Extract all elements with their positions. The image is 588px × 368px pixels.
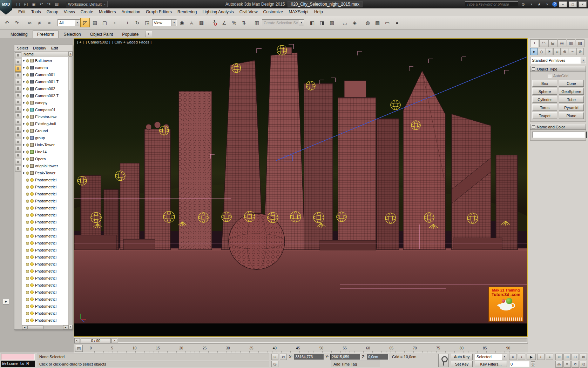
expand-arrow[interactable]: ▶ <box>22 101 26 104</box>
list-item[interactable]: Photometricl <box>22 219 68 226</box>
explorer-tool-icon[interactable] <box>15 66 21 72</box>
scroll-right-icon[interactable]: ▶ <box>63 325 68 329</box>
visibility-bulb-icon[interactable] <box>26 80 29 83</box>
rectangular-selection-region-icon[interactable]: ▢ <box>100 18 109 27</box>
explorer-tool-icon[interactable] <box>15 92 21 98</box>
explorer-tool-icon[interactable] <box>15 139 21 145</box>
visibility-bulb-icon[interactable] <box>26 221 29 224</box>
zoom-all-icon[interactable]: ⊞ <box>563 354 571 360</box>
shapes-category-icon[interactable]: ◇ <box>538 48 545 55</box>
select-and-link-icon[interactable]: ∞ <box>25 18 34 27</box>
visibility-bulb-icon[interactable] <box>26 305 29 308</box>
ribbon-tab[interactable]: Selection <box>59 31 85 38</box>
isolate-selection-icon[interactable]: ⊙ <box>271 354 278 360</box>
z-coordinate-field[interactable] <box>367 354 388 360</box>
arc-rotate-icon[interactable]: ↺ <box>572 361 579 368</box>
expand-arrow[interactable]: ▶ <box>22 94 26 97</box>
visibility-bulb-icon[interactable] <box>26 256 29 259</box>
menu-item[interactable]: Animation <box>119 8 143 16</box>
modify-tab[interactable]: ◠ <box>539 39 548 47</box>
systems-category-icon[interactable]: ⊛ <box>576 48 584 55</box>
viewport-scene[interactable] <box>74 39 527 336</box>
viewport-general-menu[interactable]: [ + ] <box>77 40 84 44</box>
visibility-bulb-icon[interactable] <box>26 179 29 182</box>
helpers-category-icon[interactable]: ⊕ <box>561 48 568 55</box>
explorer-tool-icon[interactable] <box>15 99 21 105</box>
primitives-dropdown[interactable]: Standard Primitives ▾ <box>530 57 586 64</box>
lights-category-icon[interactable]: ☀ <box>546 48 553 55</box>
expand-arrow[interactable]: ▶ <box>22 172 26 174</box>
object-type-button[interactable]: Box <box>532 80 557 87</box>
list-item[interactable]: Photometricl <box>22 254 68 261</box>
named-selection-sets-icon[interactable]: ▥ <box>252 18 262 27</box>
scroll-down-icon[interactable]: ▼ <box>68 325 73 329</box>
spinner-up-icon[interactable]: ▴ <box>531 361 535 364</box>
select-and-manipulate-icon[interactable]: ◬ <box>187 18 196 27</box>
percent-snap-icon[interactable]: % <box>229 18 239 27</box>
favorites-star-icon[interactable]: ★ <box>536 1 542 7</box>
set-key-icon[interactable] <box>438 354 449 367</box>
search-icon[interactable]: ⊙ <box>520 1 526 7</box>
community-icon[interactable]: ◔ <box>528 1 534 7</box>
key-filters-button[interactable]: Key Filters... <box>475 361 507 368</box>
bind-to-spacewarp-icon[interactable]: ≈ <box>45 18 54 27</box>
visibility-bulb-icon[interactable] <box>26 291 29 294</box>
select-by-name-icon[interactable]: ▤ <box>90 18 100 27</box>
workspace-dropdown[interactable]: Workspace: Default ▾ <box>66 1 108 7</box>
explorer-menu-item[interactable]: Edit <box>49 45 61 51</box>
object-type-button[interactable]: Cylinder <box>532 96 557 103</box>
selection-lock-icon[interactable]: ⊘ <box>280 354 287 360</box>
camera-viewport[interactable]: [ + ] [ Camera002 ] [ Clay + Edged Faces… <box>74 38 528 337</box>
visibility-bulb-icon[interactable] <box>26 136 29 140</box>
zoom-icon[interactable]: ⊕ <box>555 354 563 360</box>
previous-frame-icon[interactable]: ‹ <box>518 354 525 360</box>
list-item[interactable]: Photometricl <box>22 240 68 247</box>
reference-coordinate-dropdown[interactable]: View ▾ <box>152 19 177 26</box>
expand-arrow[interactable]: ▶ <box>22 66 26 69</box>
new-scene-icon[interactable]: ▢ <box>15 1 22 7</box>
mini-curve-editor-icon[interactable]: ▤ <box>75 345 83 352</box>
list-item[interactable]: ▶ Hole-Tower <box>22 141 68 148</box>
layer-manager-icon[interactable]: ▧ <box>327 18 337 27</box>
explorer-tool-icon[interactable] <box>15 166 21 172</box>
object-type-button[interactable]: Pyramid <box>559 104 584 111</box>
list-item[interactable]: ▶ group <box>22 134 68 141</box>
list-item[interactable]: Photometricl <box>22 212 68 219</box>
list-item[interactable]: ▶ Compass01 <box>22 106 68 113</box>
scroll-left-icon[interactable]: ◀ <box>22 325 27 329</box>
field-of-view-icon[interactable]: ◎ <box>555 361 563 368</box>
object-type-button[interactable]: GeoSphere <box>559 88 584 95</box>
snap-toggle-3d-icon[interactable]: 3 <box>210 18 219 27</box>
list-item[interactable]: Photometricl <box>22 303 68 310</box>
explorer-tool-icon[interactable] <box>15 59 21 65</box>
menu-item[interactable]: Help <box>311 8 326 16</box>
expand-arrow[interactable]: ▶ <box>22 122 26 125</box>
rendered-frame-window-icon[interactable]: ▭ <box>383 18 392 27</box>
x-coordinate-field[interactable] <box>294 354 324 360</box>
menu-item[interactable]: Graph Editors <box>143 8 175 16</box>
list-item[interactable]: Photometricl <box>22 176 68 183</box>
utilities-tab[interactable]: ▨ <box>576 39 584 47</box>
auto-key-button[interactable]: Auto Key <box>451 354 473 360</box>
render-production-icon[interactable]: ● <box>392 18 402 27</box>
visibility-bulb-icon[interactable] <box>26 228 29 231</box>
explorer-tool-icon[interactable] <box>15 79 21 85</box>
list-item[interactable]: Photometricl <box>22 226 68 233</box>
expand-arrow[interactable]: ▶ <box>22 165 26 167</box>
list-item[interactable]: ▶ Opera <box>22 155 68 162</box>
use-pivot-center-icon[interactable]: ◉ <box>177 18 187 27</box>
list-item[interactable]: ▶ Ball-tower <box>22 57 68 64</box>
visibility-bulb-icon[interactable] <box>26 59 29 62</box>
ribbon-tab[interactable]: Object Paint <box>86 31 117 38</box>
list-item[interactable]: Photometricl <box>22 268 68 275</box>
scrollbar-thumb[interactable] <box>69 56 72 90</box>
expand-arrow[interactable]: ▶ <box>22 80 26 83</box>
list-item[interactable]: ▶ Camera001 <box>22 71 68 78</box>
track-bar[interactable]: ▤ 051015202530354045505560657075808590 <box>74 343 528 353</box>
visibility-bulb-icon[interactable] <box>26 270 29 273</box>
visibility-bulb-icon[interactable] <box>26 298 29 301</box>
help-icon[interactable]: ? <box>552 2 557 7</box>
create-tab[interactable]: + <box>530 39 539 47</box>
expand-arrow[interactable]: ▶ <box>22 59 26 62</box>
list-item[interactable]: ▶ Line14 <box>22 148 68 155</box>
